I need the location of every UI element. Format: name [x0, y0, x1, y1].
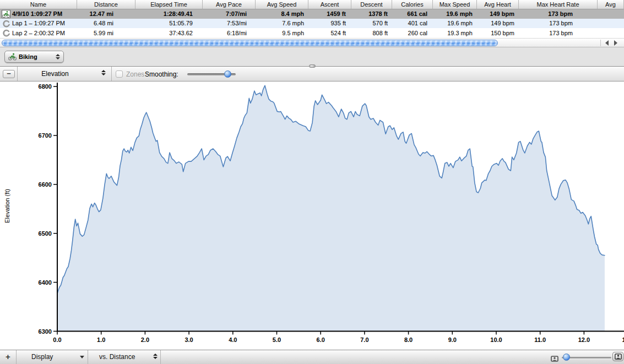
- x-tick-label: 2.0: [141, 336, 149, 343]
- metric-popup[interactable]: Elevation: [22, 70, 88, 78]
- table-header: NameDistanceElapsed TimeAvg PaceAvg Spee…: [0, 0, 624, 9]
- y-tick-label: 6800: [39, 83, 52, 90]
- cell-avg-speed: 9.5 mph: [256, 29, 308, 38]
- chevron-down-icon: [80, 356, 84, 358]
- cell-distance: 5.99 mi: [77, 29, 135, 38]
- x-tick-label: 3.0: [185, 336, 193, 343]
- vs-popup-label: vs. Distance: [99, 353, 135, 361]
- column-header-name[interactable]: Name: [0, 0, 77, 9]
- cell-avg-pace: 7:53/mi: [203, 19, 256, 28]
- smoothing-label: Smoothing:: [145, 70, 178, 78]
- chart-zoom-slider-thumb[interactable]: [563, 354, 570, 361]
- popup-arrows-icon: [56, 54, 63, 59]
- activity-type-bar: Biking: [0, 47, 624, 67]
- activity-type-label: Biking: [19, 53, 53, 60]
- cell-descent: 570 ft: [351, 19, 392, 28]
- y-tick-label: 6300: [39, 328, 52, 335]
- zones-label: Zones: [126, 70, 144, 78]
- vs-distance-popup[interactable]: vs. Distance: [88, 350, 161, 364]
- x-tick-label: 13.0: [622, 336, 624, 343]
- cell-elapsed-time: 51:05.79: [135, 19, 203, 28]
- column-header-ascent[interactable]: Ascent: [308, 0, 351, 9]
- x-tick-label: 9.0: [448, 336, 457, 343]
- y-tick-label: 6500: [39, 230, 52, 237]
- y-tick-label: 6400: [39, 279, 52, 286]
- activity-type-popup[interactable]: Biking: [4, 51, 64, 63]
- cell-calories: 661 cal: [392, 9, 433, 19]
- cell-avg-speed: 8.4 mph: [256, 9, 308, 19]
- cell-max-heart-rate: 173 bpm: [519, 9, 598, 19]
- x-tick-label: 1.0: [97, 336, 105, 343]
- cell-max-speed: 19.3 mph: [433, 29, 477, 38]
- zoom-out-image-icon[interactable]: [551, 354, 558, 364]
- x-tick-label: 11.0: [534, 336, 546, 343]
- column-header-max-heart-rate[interactable]: Max Heart Rate: [519, 0, 598, 9]
- column-header-elapsed-time[interactable]: Elapsed Time: [135, 0, 203, 9]
- popup-arrows-icon: [153, 354, 161, 359]
- display-popup[interactable]: Display: [17, 350, 88, 364]
- scroll-right-arrow-icon[interactable]: [614, 40, 617, 46]
- collapse-chart-button[interactable]: −: [3, 70, 15, 78]
- cell-ascent: 935 ft: [308, 19, 351, 28]
- cell-avg: [598, 19, 624, 28]
- biking-icon: [2, 10, 10, 18]
- column-header-avg-speed[interactable]: Avg Speed: [256, 0, 308, 9]
- lap-icon: [2, 29, 10, 37]
- cell-max-heart-rate: 173 bpm: [519, 29, 598, 38]
- divider: [17, 67, 18, 81]
- table-h-scrollbar[interactable]: [0, 38, 624, 47]
- cell-max-speed: 19.6 mph: [433, 9, 477, 19]
- cell-avg-pace: 7:07/mi: [203, 9, 256, 19]
- bottom-bar: + Display vs. Distance: [0, 350, 624, 364]
- zones-checkbox[interactable]: [116, 70, 123, 78]
- divider: [160, 350, 161, 364]
- smoothing-slider-thumb[interactable]: [224, 70, 231, 78]
- x-tick-label: 0.0: [53, 336, 61, 343]
- column-header-calories[interactable]: Calories: [392, 0, 433, 9]
- biking-icon: [8, 53, 17, 61]
- scroll-left-arrow-icon[interactable]: [605, 40, 609, 46]
- zoom-in-image-button[interactable]: [612, 352, 623, 361]
- cell-descent: 808 ft: [351, 29, 392, 38]
- column-header-max-speed[interactable]: Max Speed: [433, 0, 477, 9]
- cell-name: 4/9/10 1:09:27 PM: [0, 9, 77, 19]
- cell-avg-heart: 149 bpm: [477, 19, 519, 28]
- column-header-distance[interactable]: Distance: [77, 0, 135, 9]
- divider: [111, 67, 112, 81]
- x-tick-label: 5.0: [273, 336, 281, 343]
- cell-avg: [598, 29, 624, 38]
- chart-toolbar: − Elevation Zones Smoothing:: [0, 67, 624, 82]
- table-row[interactable]: 4/9/10 1:09:27 PM12.47 mi1:28:49.417:07/…: [0, 9, 624, 19]
- cell-name: Lap 2 – 2:00:32 PM: [0, 29, 77, 38]
- cell-distance: 12.47 mi: [77, 9, 135, 19]
- scrollbar-thumb[interactable]: [2, 40, 498, 46]
- table-row[interactable]: Lap 2 – 2:00:32 PM5.99 mi37:43.626:18/mi…: [0, 29, 624, 38]
- cell-avg-pace: 6:18/mi: [203, 29, 256, 38]
- column-header-avg[interactable]: Avg: [598, 0, 624, 9]
- y-axis-title: Elevation (ft): [4, 167, 10, 245]
- y-tick-label: 6700: [39, 132, 52, 139]
- column-header-descent[interactable]: Descent: [351, 0, 392, 9]
- metric-popup-arrows-icon[interactable]: [101, 70, 109, 75]
- x-tick-label: 7.0: [360, 336, 368, 343]
- cell-elapsed-time: 1:28:49.41: [135, 9, 203, 19]
- cell-calories: 401 cal: [392, 19, 433, 28]
- divider: [600, 40, 601, 46]
- table-row[interactable]: Lap 1 – 1:09:27 PM6.48 mi51:05.797:53/mi…: [0, 19, 624, 28]
- cell-avg-heart: 149 bpm: [477, 9, 519, 19]
- x-tick-label: 4.0: [229, 336, 237, 343]
- cell-distance: 6.48 mi: [77, 19, 135, 28]
- cell-avg: [598, 9, 624, 19]
- column-header-avg-heart[interactable]: Avg Heart: [477, 0, 519, 9]
- add-graph-button[interactable]: +: [0, 350, 16, 364]
- cell-max-heart-rate: 173 bpm: [519, 19, 598, 28]
- x-tick-label: 6.0: [317, 336, 325, 343]
- cell-max-speed: 19.6 mph: [433, 19, 477, 28]
- x-tick-label: 10.0: [490, 336, 502, 343]
- x-tick-label: 8.0: [404, 336, 413, 343]
- cell-ascent: 524 ft: [308, 29, 351, 38]
- cell-avg-speed: 7.6 mph: [256, 19, 308, 28]
- cell-avg-heart: 150 bpm: [477, 29, 519, 38]
- column-header-avg-pace[interactable]: Avg Pace: [203, 0, 256, 9]
- pane-splitter-handle[interactable]: [309, 64, 316, 68]
